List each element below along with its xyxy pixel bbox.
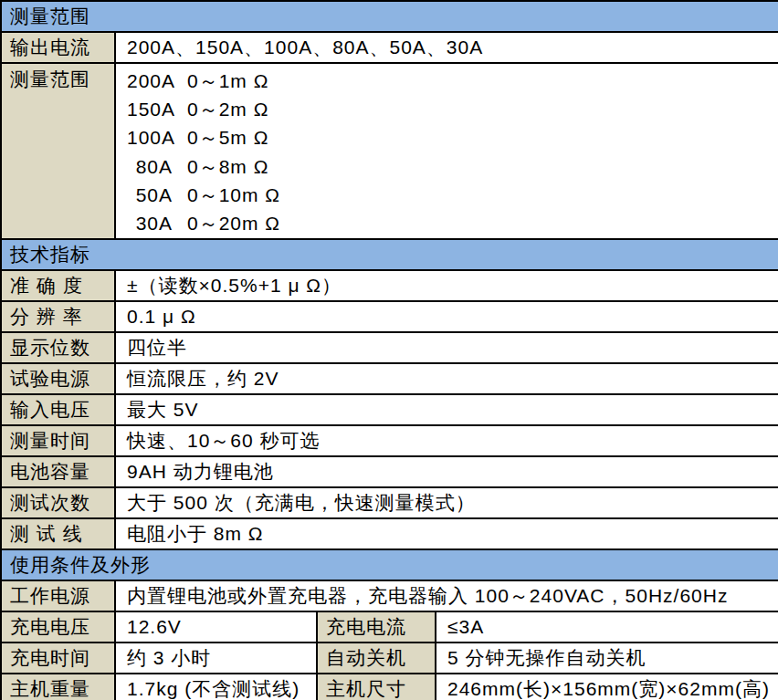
row-value-measurement-range: 200A0～1m Ω 150A0～2m Ω 100A0～5m Ω 80A0～8m… <box>115 63 778 239</box>
range-line: 30A0～20m Ω <box>127 209 773 237</box>
row-label-battery-capacity: 电池容量 <box>1 456 115 487</box>
row-label-accuracy: 准 确 度 <box>1 270 115 301</box>
range-value: 0～5m Ω <box>187 125 268 151</box>
table-row: 主机重量 1.7kg (不含测试线) 主机尺寸 246mm(长)×156mm(宽… <box>1 674 778 700</box>
row-label-test-lead: 测 试 线 <box>1 518 115 549</box>
section-header-usage-conditions: 使用条件及外形 <box>1 549 778 580</box>
row-value-charge-current: ≤3A <box>436 611 778 643</box>
range-current: 200A <box>127 70 173 92</box>
table-row: 充电电压 12.6V 充电电流 ≤3A <box>1 611 778 643</box>
row-label-charge-time: 充电时间 <box>1 643 115 674</box>
row-label-test-count: 测试次数 <box>1 487 115 518</box>
range-current: 150A <box>127 99 173 120</box>
table-row: 分 辨 率 0.1 μ Ω <box>1 301 778 332</box>
row-value-display-digits: 四位半 <box>115 332 778 363</box>
row-label-auto-shutdown: 自动关机 <box>317 643 436 674</box>
row-value-unit-weight: 1.7kg (不含测试线) <box>115 674 317 700</box>
range-current: 100A <box>127 127 173 149</box>
table-row: 充电时间 约 3 小时 自动关机 5 分钟无操作自动关机 <box>1 643 778 674</box>
spec-table: 测量范围 输出电流 200A、150A、100A、80A、50A、30A 测量范… <box>0 0 778 700</box>
row-value-test-power: 恒流限压，约 2V <box>115 363 778 394</box>
table-row: 工作电源 内置锂电池或外置充电器，充电器输入 100～240VAC，50Hz/6… <box>1 580 778 611</box>
row-value-input-voltage: 最大 5V <box>115 394 778 425</box>
row-label-input-voltage: 输入电压 <box>1 394 115 425</box>
table-row: 输入电压 最大 5V <box>1 394 778 425</box>
range-current: 50A <box>127 184 173 206</box>
row-label-display-digits: 显示位数 <box>1 332 115 363</box>
row-label-charge-voltage: 充电电压 <box>1 611 115 643</box>
table-row: 输出电流 200A、150A、100A、80A、50A、30A <box>1 32 778 63</box>
row-value-charge-voltage: 12.6V <box>115 611 317 643</box>
range-value: 0～2m Ω <box>187 97 268 122</box>
table-row: 电池容量 9AH 动力锂电池 <box>1 456 778 487</box>
range-value: 0～10m Ω <box>187 183 280 208</box>
row-value-resolution: 0.1 μ Ω <box>115 301 778 332</box>
row-label-measurement-range: 测量范围 <box>1 63 115 239</box>
row-value-battery-capacity: 9AH 动力锂电池 <box>115 456 778 487</box>
row-value-auto-shutdown: 5 分钟无操作自动关机 <box>436 643 778 674</box>
table-row: 测 试 线 电阻小于 8m Ω <box>1 518 778 549</box>
table-row: 准 确 度 ±（读数×0.5%+1 μ Ω） <box>1 270 778 301</box>
section-header-measurement-range: 测量范围 <box>1 1 778 32</box>
table-row: 使用条件及外形 <box>1 549 778 580</box>
range-line: 50A0～10m Ω <box>127 181 773 209</box>
row-label-unit-size: 主机尺寸 <box>317 674 436 700</box>
range-value: 0～20m Ω <box>187 211 280 236</box>
table-row: 测量范围 <box>1 1 778 32</box>
table-row: 显示位数 四位半 <box>1 332 778 363</box>
range-value: 0～1m Ω <box>187 68 268 94</box>
row-label-unit-weight: 主机重量 <box>1 674 115 700</box>
row-value-charge-time: 约 3 小时 <box>115 643 317 674</box>
range-line: 80A0～8m Ω <box>127 152 773 181</box>
row-value-accuracy: ±（读数×0.5%+1 μ Ω） <box>115 270 778 301</box>
row-value-test-lead: 电阻小于 8m Ω <box>115 518 778 549</box>
table-row: 技术指标 <box>1 239 778 270</box>
row-value-measure-time: 快速、10～60 秒可选 <box>115 425 778 456</box>
row-label-test-power: 试验电源 <box>1 363 115 394</box>
row-label-working-power: 工作电源 <box>1 580 115 611</box>
row-label-output-current: 输出电流 <box>1 32 115 63</box>
table-row: 测量时间 快速、10～60 秒可选 <box>1 425 778 456</box>
row-label-resolution: 分 辨 率 <box>1 301 115 332</box>
range-line: 100A0～5m Ω <box>127 124 773 152</box>
section-header-tech-specs: 技术指标 <box>1 239 778 270</box>
range-current: 30A <box>127 213 173 235</box>
row-value-test-count: 大于 500 次（充满电，快速测量模式） <box>115 487 778 518</box>
range-line: 200A0～1m Ω <box>127 67 773 95</box>
row-label-measure-time: 测量时间 <box>1 425 115 456</box>
range-line: 150A0～2m Ω <box>127 95 773 123</box>
range-value: 0～8m Ω <box>187 154 268 180</box>
row-label-charge-current: 充电电流 <box>317 611 436 643</box>
table-row: 测量范围 200A0～1m Ω 150A0～2m Ω 100A0～5m Ω 80… <box>1 63 778 239</box>
range-current: 80A <box>127 156 173 178</box>
table-row: 试验电源 恒流限压，约 2V <box>1 363 778 394</box>
row-value-working-power: 内置锂电池或外置充电器，充电器输入 100～240VAC，50Hz/60Hz <box>115 580 778 611</box>
row-value-output-current: 200A、150A、100A、80A、50A、30A <box>115 32 778 63</box>
row-value-unit-size: 246mm(长)×156mm(宽)×62mm(高) <box>436 674 778 700</box>
table-row: 测试次数 大于 500 次（充满电，快速测量模式） <box>1 487 778 518</box>
